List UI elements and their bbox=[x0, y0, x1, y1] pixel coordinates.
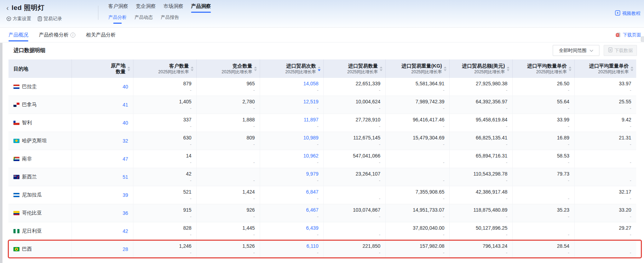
metric-cell: 828- bbox=[133, 222, 196, 240]
download-data-button[interactable]: 下载数据 bbox=[604, 45, 637, 56]
growth-rate-value: - bbox=[190, 123, 191, 129]
table-row-kazakhstan: 哈萨克斯坦32630-809-10,989-112,675,145-15,479… bbox=[8, 132, 636, 150]
sort-carets[interactable] bbox=[631, 67, 633, 71]
origin-count-link[interactable]: 41 bbox=[122, 102, 128, 108]
metric-cell: 42- bbox=[133, 168, 196, 186]
growth-rate-value: - bbox=[568, 213, 569, 219]
sort-carets[interactable] bbox=[569, 67, 571, 71]
download-page-link[interactable]: 下载页面 bbox=[615, 28, 641, 42]
column-growth-label: 2025同比增长率 bbox=[285, 69, 316, 75]
metric-value: 33.20 bbox=[619, 207, 631, 213]
growth-rate-value: - bbox=[253, 123, 255, 129]
origin-count-link[interactable]: 40 bbox=[122, 120, 128, 126]
origin-count-link[interactable]: 42 bbox=[122, 228, 128, 235]
metric-cell: 112,675,145- bbox=[323, 132, 385, 150]
column-growth-label: 2025同比增长率 bbox=[158, 69, 189, 75]
metric-value: 28.54 bbox=[557, 243, 569, 250]
metric-cell: 103,074,867- bbox=[323, 204, 385, 222]
metric-value: 50,127,896.25 bbox=[476, 225, 507, 231]
main-tab-1[interactable]: 客户洞察 bbox=[108, 3, 128, 14]
metric-cell: 915- bbox=[133, 204, 196, 222]
origin-count-link[interactable]: 51 bbox=[122, 174, 128, 181]
trade-times-link[interactable]: 9,979 bbox=[306, 171, 318, 177]
origin-count-link[interactable]: 40 bbox=[122, 84, 128, 90]
sub-tab-2[interactable]: 产品动态 bbox=[134, 14, 153, 24]
growth-rate-value: - bbox=[630, 87, 631, 93]
growth-rate-value: - bbox=[630, 195, 631, 201]
trade-times-link[interactable]: 6,110 bbox=[306, 243, 318, 250]
table-row-nigeria: 尼日利亚42828-1,445-6,439--37,820,040.00-50,… bbox=[8, 222, 636, 240]
origin-count-cell: 40 bbox=[71, 78, 133, 96]
growth-rate-value: - bbox=[379, 213, 380, 219]
sort-carets[interactable] bbox=[191, 67, 194, 71]
trade-times-link[interactable]: 6,467 bbox=[306, 207, 318, 213]
origin-count-link[interactable]: 32 bbox=[122, 138, 128, 144]
growth-rate-value: - bbox=[317, 87, 318, 93]
column-header-text: 客户数量2025同比增长率 bbox=[158, 63, 189, 75]
sort-carets[interactable] bbox=[318, 67, 321, 71]
sort-asc-icon bbox=[631, 67, 633, 68]
sort-carets[interactable] bbox=[254, 67, 257, 71]
growth-rate-value: - bbox=[253, 159, 255, 165]
time-range-select[interactable]: 全部时间范围 bbox=[553, 45, 599, 56]
sort-carets[interactable] bbox=[444, 67, 447, 71]
metric-value: 5,581,364.91 bbox=[415, 80, 444, 87]
destination-cell: 巴西 bbox=[8, 240, 71, 258]
growth-rate-value: - bbox=[190, 105, 191, 111]
sort-carets[interactable] bbox=[380, 67, 383, 71]
sort-carets[interactable] bbox=[127, 67, 130, 71]
main-tab-3[interactable]: 市场洞察 bbox=[163, 3, 183, 14]
main-tab-4[interactable]: 产品洞察 bbox=[191, 3, 211, 14]
trade-records-button[interactable]: 贸易记录 bbox=[38, 16, 62, 22]
origin-count-link[interactable]: 47 bbox=[122, 156, 128, 162]
trade-times-link[interactable]: 11,897 bbox=[304, 116, 318, 123]
metric-value: 35.23 bbox=[557, 207, 569, 213]
origin-count-cell: 40 bbox=[71, 114, 133, 132]
metric-value: 1,445 bbox=[242, 225, 255, 231]
new-zealand-flag-icon bbox=[13, 175, 19, 179]
metric-cell: 1,424- bbox=[196, 186, 260, 204]
origin-count-cell: 39 bbox=[71, 186, 133, 204]
trade-times-link[interactable]: 14,058 bbox=[303, 80, 318, 87]
scheme-settings-button[interactable]: 方案设置 bbox=[6, 16, 31, 22]
back-icon[interactable]: ‹ bbox=[6, 4, 9, 11]
trade-times-link[interactable]: 12,519 bbox=[303, 98, 318, 105]
column-title: 原产地 bbox=[111, 63, 126, 69]
growth-rate-value: - bbox=[630, 159, 631, 165]
sort-desc-icon bbox=[507, 69, 510, 71]
sort-carets[interactable] bbox=[507, 67, 510, 71]
video-tutorial-link[interactable]: 视频教程 bbox=[615, 10, 640, 17]
origin-count-link[interactable]: 39 bbox=[122, 192, 128, 199]
column-header-text: 进口贸易数量2025同比增长率 bbox=[347, 63, 378, 75]
destination-cell: 哈萨克斯坦 bbox=[8, 132, 71, 150]
metric-cell: 9.42- bbox=[574, 114, 636, 132]
growth-rate-value: - bbox=[317, 123, 318, 129]
country-name: 尼加拉瓜 bbox=[22, 192, 42, 198]
section-tab-1[interactable]: 产品概况 bbox=[8, 28, 28, 42]
section-tab-2[interactable]: 产品价格分析i bbox=[39, 28, 75, 42]
growth-rate-value: - bbox=[568, 87, 569, 93]
metric-cell: 11,897- bbox=[260, 114, 323, 132]
sub-tab-3[interactable]: 产品报告 bbox=[161, 14, 179, 24]
country-name: 智利 bbox=[22, 120, 32, 126]
metric-cell: 10,004,624- bbox=[323, 96, 385, 114]
sub-tab-1[interactable]: 产品分析 bbox=[108, 14, 127, 24]
sort-desc-icon bbox=[318, 69, 321, 71]
trade-times-link[interactable]: 6,847 bbox=[306, 189, 318, 195]
content: 进口数据明细 全部时间范围 下载数据 目的地原产地数量客户数量2025同比增长率… bbox=[0, 42, 644, 258]
metric-value: 9.42 bbox=[622, 116, 631, 123]
main-tab-2[interactable]: 竞企洞察 bbox=[136, 3, 156, 14]
section-tab-3[interactable]: 相关产品分析 bbox=[86, 28, 116, 42]
metric-cell: 58.53- bbox=[512, 150, 574, 168]
column-header-10: 进口平均重量单价2025同比增长率 bbox=[574, 59, 636, 78]
growth-rate-value: - bbox=[443, 123, 444, 129]
play-video-icon bbox=[615, 10, 620, 17]
origin-count-link[interactable]: 28 bbox=[122, 246, 128, 253]
growth-rate-value: - bbox=[443, 195, 444, 201]
origin-count-link[interactable]: 36 bbox=[122, 210, 128, 217]
trade-times-link[interactable]: 10,989 bbox=[303, 135, 318, 141]
right-edge-widget[interactable] bbox=[641, 36, 644, 42]
trade-times-link[interactable]: 6,439 bbox=[306, 225, 318, 231]
trade-times-link[interactable]: 10,962 bbox=[303, 153, 318, 159]
metric-cell: - bbox=[512, 186, 574, 204]
